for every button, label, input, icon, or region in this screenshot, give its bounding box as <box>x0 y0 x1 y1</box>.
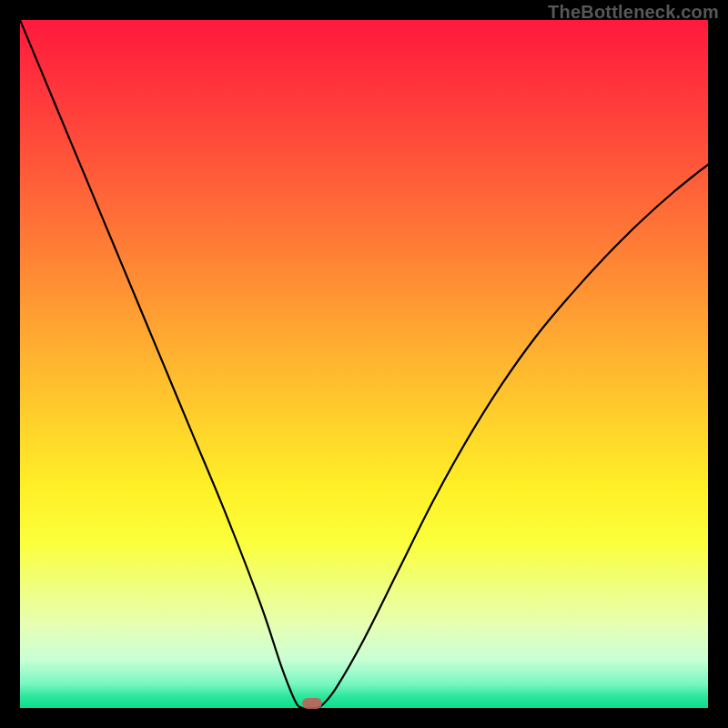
optimal-point-marker <box>302 698 322 709</box>
bottleneck-curve <box>20 20 708 708</box>
chart-frame: TheBottleneck.com <box>0 0 728 728</box>
plot-area <box>20 20 708 708</box>
watermark-label: TheBottleneck.com <box>548 2 719 23</box>
curve-layer <box>20 20 708 708</box>
